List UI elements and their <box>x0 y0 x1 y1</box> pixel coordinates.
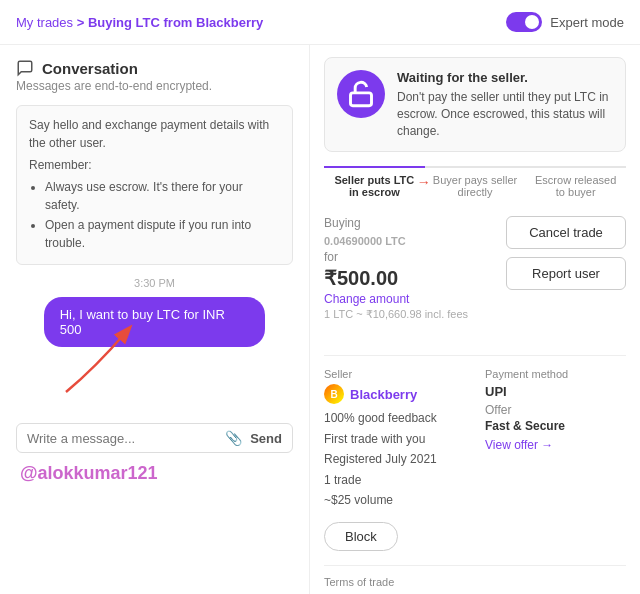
breadcrumb-user[interactable]: Blackberry <box>196 15 263 30</box>
amount-main: 0.0469 <box>324 235 358 247</box>
status-title: Waiting for the seller. <box>397 70 613 85</box>
conversation-subtitle: Messages are end-to-end encrypted. <box>16 79 293 93</box>
terms-section: Terms of trade UPI Accepted <box>324 565 626 594</box>
seller-trades: 1 trade <box>324 470 465 490</box>
fees: 1 LTC ~ ₹10,660.98 incl. fees <box>324 308 468 321</box>
watermark: @alokkumar121 <box>16 463 293 484</box>
payment-column: Payment method UPI Offer Fast & Secure V… <box>485 368 626 510</box>
seller-feedback: 100% good feedback <box>324 408 465 428</box>
offer-label: Offer <box>485 403 626 417</box>
status-description: Don't pay the seller until they put LTC … <box>397 89 613 139</box>
right-panel: Waiting for the seller. Don't pay the se… <box>310 45 640 594</box>
step-1-label: Seller puts LTC in escrow <box>334 174 414 198</box>
seller-section: Seller B Blackberry 100% good feedback F… <box>324 355 626 510</box>
status-text: Waiting for the seller. Don't pay the se… <box>397 70 613 139</box>
expert-mode-label: Expert mode <box>550 15 624 30</box>
cancel-trade-button[interactable]: Cancel trade <box>506 216 626 249</box>
amount-suffix: 0000 LTC <box>358 235 406 247</box>
step-3-label: Escrow released to buyer <box>535 174 616 198</box>
seller-first-trade: First trade with you <box>324 429 465 449</box>
info-intro: Say hello and exchange payment details w… <box>29 116 280 152</box>
seller-name[interactable]: Blackberry <box>350 387 417 402</box>
chat-area: 3:30 PM Hi, I want to buy LTC for INR 50… <box>16 277 293 363</box>
chat-icon <box>16 59 34 77</box>
message-input[interactable] <box>27 431 217 446</box>
breadcrumb-action: Buying LTC from <box>88 15 192 30</box>
chat-bubble: Hi, I want to buy LTC for INR 500 <box>44 297 266 347</box>
action-buttons: Cancel trade Report user <box>506 216 626 290</box>
buy-amount: 0.04690000 LTC <box>324 232 468 248</box>
seller-label: Seller <box>324 368 465 380</box>
info-tip-1: Always use escrow. It's there for your s… <box>45 178 280 214</box>
block-button[interactable]: Block <box>324 522 398 551</box>
attach-icon[interactable]: 📎 <box>225 430 242 446</box>
info-remember: Remember: <box>29 156 280 174</box>
step-2-label: Buyer pays seller directly <box>433 174 517 198</box>
info-tip-2: Open a payment dispute if you run into t… <box>45 216 280 252</box>
status-card: Waiting for the seller. Don't pay the se… <box>324 57 626 152</box>
chat-timestamp: 3:30 PM <box>16 277 293 289</box>
terms-label: Terms of trade <box>324 576 626 588</box>
breadcrumb-my-trades[interactable]: My trades <box>16 15 73 30</box>
seller-name-row: B Blackberry <box>324 384 465 404</box>
payment-method: UPI <box>485 384 626 399</box>
expert-mode-toggle[interactable] <box>506 12 542 32</box>
view-offer-link[interactable]: View offer → <box>485 438 553 452</box>
seller-column: Seller B Blackberry 100% good feedback F… <box>324 368 465 510</box>
info-box: Say hello and exchange payment details w… <box>16 105 293 265</box>
step-1: Seller puts LTC in escrow <box>324 166 425 202</box>
conversation-title-text: Conversation <box>42 60 138 77</box>
main-layout: Conversation Messages are end-to-end enc… <box>0 45 640 594</box>
seller-meta: 100% good feedback First trade with you … <box>324 408 465 510</box>
buy-info: Buying 0.04690000 LTC for ₹500.00 Change… <box>324 216 468 333</box>
status-icon <box>337 70 385 118</box>
offer-value: Fast & Secure <box>485 419 626 433</box>
message-input-row: 📎 Send <box>16 423 293 453</box>
step-3: Escrow released to buyer <box>525 168 626 202</box>
expert-mode-toggle-area: Expert mode <box>506 12 624 32</box>
seller-registered: Registered July 2021 <box>324 449 465 469</box>
buy-for-label: for <box>324 250 468 264</box>
payment-label: Payment method <box>485 368 626 380</box>
send-button[interactable]: Send <box>250 431 282 446</box>
header: My trades > Buying LTC from Blackberry E… <box>0 0 640 45</box>
conversation-title-row: Conversation <box>16 59 293 77</box>
step-2: Buyer pays seller directly <box>425 168 526 202</box>
left-panel: Conversation Messages are end-to-end enc… <box>0 45 310 594</box>
seller-avatar: B <box>324 384 344 404</box>
buying-label: Buying <box>324 216 468 230</box>
report-user-button[interactable]: Report user <box>506 257 626 290</box>
lock-open-icon <box>347 80 375 108</box>
breadcrumb-separator: > <box>77 15 88 30</box>
change-amount-link[interactable]: Change amount <box>324 292 468 306</box>
buy-price: ₹500.00 <box>324 266 468 290</box>
breadcrumb: My trades > Buying LTC from Blackberry <box>16 15 263 30</box>
seller-volume: ~$25 volume <box>324 490 465 510</box>
info-tips-list: Always use escrow. It's there for your s… <box>29 178 280 252</box>
trade-steps: Seller puts LTC in escrow Buyer pays sel… <box>324 166 626 202</box>
svg-rect-1 <box>351 93 372 106</box>
